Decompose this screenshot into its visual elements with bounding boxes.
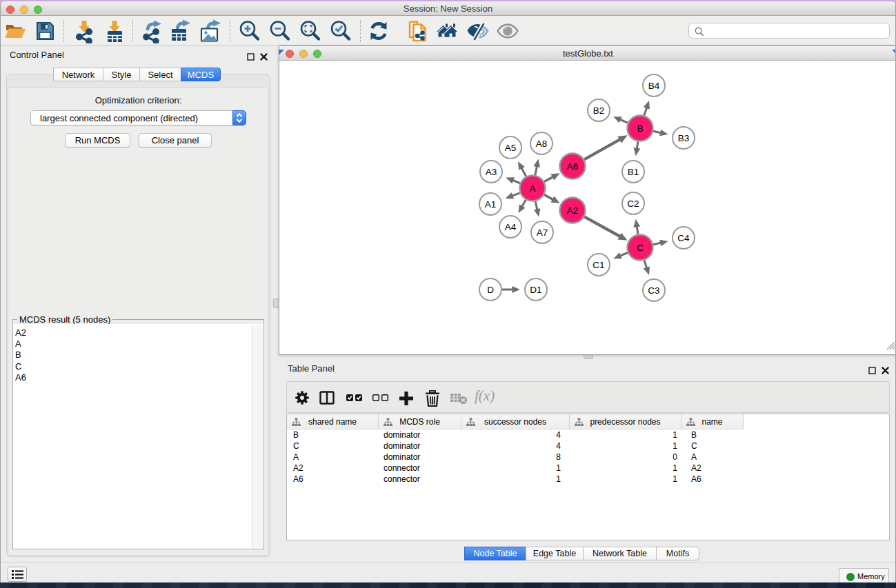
graph-node-label-A5: A5: [505, 143, 517, 153]
table-panel-tab[interactable]: Network Table: [583, 547, 657, 560]
table-panel-tab[interactable]: Edge Table: [526, 547, 584, 560]
close-panel-button[interactable]: Close panel: [139, 133, 212, 148]
mcds-result-item[interactable]: A6: [13, 372, 263, 383]
zoom-selected-icon[interactable]: [328, 19, 353, 43]
mcds-result-list[interactable]: A2 A B C A6: [13, 324, 263, 549]
graph-edge-A-A5[interactable]: [521, 168, 526, 176]
control-panel-tab[interactable]: MCDS: [181, 68, 221, 81]
graph-edge-A-A1[interactable]: [512, 193, 519, 196]
show-all-networks-icon[interactable]: [435, 19, 459, 43]
table-panel-tab[interactable]: Node Table: [464, 547, 526, 560]
zoom-in-icon[interactable]: [237, 19, 262, 43]
split-view-icon[interactable]: [319, 389, 335, 406]
graph-edge-A2-C[interactable]: [584, 216, 620, 236]
toolbar-separator: [63, 20, 64, 42]
refresh-icon[interactable]: [366, 19, 391, 43]
control-panel-tab[interactable]: Network: [53, 68, 103, 81]
app-title: Session: New Session: [1, 1, 895, 16]
table-panel-float-icon[interactable]: [868, 365, 876, 372]
show-panels-icon[interactable]: [495, 19, 520, 43]
table-row[interactable]: A6 connector 1 1 A6: [287, 474, 889, 485]
mcds-result-item[interactable]: B: [13, 349, 263, 361]
graph-edge-B-B3[interactable]: [653, 131, 661, 132]
graph-edge-C-C4[interactable]: [653, 243, 661, 244]
cell-successor-nodes: 8: [461, 452, 570, 463]
network-window-titlebar[interactable]: testGlobe.txt: [279, 46, 896, 61]
column-header-label: shared name: [308, 417, 357, 427]
criterion-dropdown[interactable]: largest connected component (directed): [30, 110, 246, 125]
control-panel-tab[interactable]: Style: [103, 68, 140, 81]
control-panel-tab[interactable]: Select: [139, 68, 181, 81]
graph-edge-arrowhead: [644, 101, 650, 110]
mcds-result-item[interactable]: A2: [13, 327, 263, 338]
graph-edge-C-C2[interactable]: [637, 226, 638, 234]
graph-edge-C-C3[interactable]: [644, 261, 647, 268]
table-row[interactable]: C dominator 4 1 C: [287, 440, 889, 452]
task-history-button[interactable]: [8, 567, 27, 582]
control-panel-tabs: Network Style Select MCDS: [54, 68, 221, 81]
table-row[interactable]: B dominator 4 1 B: [287, 429, 889, 440]
import-network-icon[interactable]: [72, 19, 97, 43]
result-list-scrollbar[interactable]: [252, 325, 263, 548]
function-builder-icon: f(x): [475, 387, 491, 404]
table-panel-close-icon[interactable]: [882, 365, 889, 372]
graph-edge-B-B1[interactable]: [637, 141, 638, 149]
table-panel-tab[interactable]: Motifs: [656, 547, 699, 560]
open-session-icon[interactable]: [3, 19, 28, 43]
graph-edge-B-B4[interactable]: [644, 108, 647, 115]
graph-edge-A-A3[interactable]: [512, 180, 520, 183]
horizontal-split-handle[interactable]: [584, 354, 593, 359]
graph-edge-A6-B[interactable]: [584, 139, 620, 159]
table-column-header[interactable]: successor nodes: [461, 414, 570, 429]
resize-grip[interactable]: [886, 341, 895, 353]
graph-edge-B-B2[interactable]: [620, 119, 628, 123]
table-row[interactable]: A dominator 8 0 A: [287, 452, 889, 463]
graph-node-label-A4: A4: [505, 222, 517, 232]
add-column-icon[interactable]: [397, 389, 414, 406]
import-table-icon[interactable]: [102, 19, 127, 43]
graph-edge-arrowhead: [512, 286, 520, 293]
app-titlebar: Session: New Session: [1, 1, 895, 16]
cell-name: B: [681, 429, 744, 440]
deselect-all-icon[interactable]: [372, 389, 388, 406]
graph-edge-A-A2[interactable]: [544, 194, 553, 199]
graph-edge-A-A6[interactable]: [544, 177, 553, 182]
graph-edge-A-A8[interactable]: [535, 166, 537, 175]
node-table: shared name: [286, 414, 890, 540]
graph-edge-A-A4[interactable]: [522, 200, 526, 207]
cell-name: C: [681, 440, 744, 452]
graph-node-label-B1: B1: [628, 167, 639, 177]
table-column-header[interactable]: MCDS role: [379, 414, 461, 429]
delete-column-icon[interactable]: [424, 389, 441, 406]
network-canvas[interactable]: B4B2BB3A5A8A6A3B1AC2A1A2A4A7C4CC1C3DD1: [279, 61, 896, 355]
cell-successor-nodes: 1: [461, 463, 570, 474]
select-all-icon[interactable]: [346, 389, 362, 406]
memory-button[interactable]: Memory: [839, 568, 889, 583]
graph-edge-A-A7[interactable]: [535, 201, 537, 210]
zoom-out-icon[interactable]: [268, 19, 292, 43]
clone-network-icon[interactable]: [406, 19, 430, 43]
graph-edge-C-C1[interactable]: [620, 253, 628, 256]
column-header-label: successor nodes: [484, 417, 546, 427]
mcds-result-item[interactable]: A: [13, 338, 263, 349]
mcds-result-item[interactable]: C: [13, 361, 263, 372]
graph-node-label-A3: A3: [486, 167, 497, 177]
hide-panels-icon[interactable]: [465, 19, 490, 43]
save-session-icon[interactable]: [32, 19, 57, 43]
control-panel-float-icon[interactable]: [247, 51, 255, 59]
search-input[interactable]: [707, 24, 886, 37]
export-network-icon[interactable]: [141, 19, 166, 43]
column-type-icon: [575, 418, 584, 427]
export-table-icon[interactable]: [168, 19, 193, 43]
table-column-header[interactable]: name: [681, 414, 744, 429]
table-row[interactable]: A2 connector 1 1 A2: [287, 463, 889, 474]
export-image-icon[interactable]: [198, 19, 223, 43]
cell-shared-name: A6: [287, 474, 379, 485]
control-panel-close-icon[interactable]: [260, 51, 268, 59]
cell-mcds-role: dominator: [379, 452, 461, 463]
zoom-fit-icon[interactable]: [298, 19, 323, 43]
table-column-header[interactable]: predecessor nodes: [570, 414, 681, 429]
table-column-header[interactable]: shared name: [287, 414, 379, 429]
run-mcds-button[interactable]: Run MCDS: [65, 133, 130, 148]
gear-icon[interactable]: [294, 389, 310, 406]
